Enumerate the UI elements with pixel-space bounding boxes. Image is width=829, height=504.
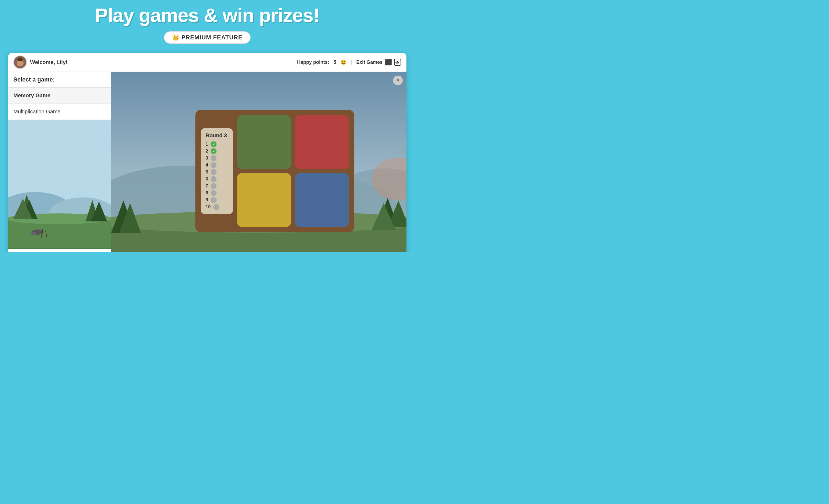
- round-num-6: 6: [206, 177, 208, 182]
- round-item-5: 5: [206, 169, 228, 175]
- header: Play games & win prizes! 👑 PREMIUM FEATU…: [0, 0, 414, 47]
- round-num-7: 7: [206, 183, 208, 189]
- sidebar-item-memory-game[interactable]: Memory Game: [8, 88, 111, 104]
- memory-card-red[interactable]: [295, 115, 349, 169]
- premium-label: PREMIUM FEATURE: [181, 34, 242, 41]
- content-area: Select a game: Memory Game Multiplicatio…: [8, 72, 406, 252]
- round-num-8: 8: [206, 190, 208, 196]
- round-dot-4: [211, 162, 217, 168]
- divider: |: [351, 60, 352, 65]
- round-dot-8: [211, 190, 217, 196]
- points-value: 5: [333, 60, 336, 65]
- round-dot-3: [211, 155, 217, 161]
- round-dot-9: [211, 197, 217, 203]
- round-dot-6: [211, 176, 217, 182]
- main-container: Welcome, Lily! Happy points: 5 😀 | Exit …: [8, 53, 406, 252]
- round-num-4: 4: [206, 162, 208, 168]
- memory-card-blue[interactable]: [295, 173, 349, 227]
- exit-games-button[interactable]: Exit Games ⬛: [356, 59, 401, 66]
- crown-icon: 👑: [172, 34, 179, 41]
- round-num-10: 10: [206, 204, 211, 210]
- svg-point-20: [30, 232, 37, 235]
- svg-point-4: [19, 60, 20, 62]
- welcome-text: Welcome, Lily!: [30, 59, 68, 66]
- points-label: Happy points:: [297, 60, 329, 65]
- user-info: Welcome, Lily!: [13, 55, 68, 69]
- exit-arrow-icon: [394, 59, 401, 66]
- memory-card-yellow[interactable]: [237, 173, 291, 227]
- round-dot-2: ✓: [211, 148, 217, 154]
- round-item-6: 6: [206, 176, 228, 182]
- svg-point-5: [21, 60, 22, 62]
- round-item-7: 7: [206, 183, 228, 189]
- top-bar: Welcome, Lily! Happy points: 5 😀 | Exit …: [8, 53, 406, 72]
- game-area: ✕ Round 3 1 ✓ 2 ✓: [111, 72, 406, 252]
- select-game-label: Select a game:: [13, 76, 55, 83]
- round-item-4: 4: [206, 162, 228, 168]
- memory-card-green[interactable]: [237, 115, 291, 169]
- round-item-3: 3: [206, 155, 228, 161]
- round-dot-10: [213, 204, 219, 210]
- round-num-3: 3: [206, 155, 208, 161]
- close-icon: ✕: [396, 77, 400, 83]
- round-num-5: 5: [206, 169, 208, 175]
- exit-icon: ⬛: [385, 59, 392, 66]
- round-title: Round 3: [206, 132, 228, 139]
- round-dot-5: [211, 169, 217, 175]
- round-item-8: 8: [206, 190, 228, 196]
- round-num-2: 2: [206, 149, 208, 154]
- round-tracker: Round 3 1 ✓ 2 ✓ 3: [201, 128, 233, 214]
- exit-label: Exit Games: [356, 60, 383, 65]
- svg-point-3: [17, 57, 23, 62]
- round-num-1: 1: [206, 142, 208, 147]
- sidebar-item-multiplication-game[interactable]: Multiplication Game: [8, 104, 111, 120]
- right-bar: Happy points: 5 😀 | Exit Games ⬛: [297, 59, 401, 66]
- card-grid: [237, 115, 349, 227]
- round-item-10: 10: [206, 204, 228, 210]
- page-title: Play games & win prizes!: [0, 5, 414, 26]
- round-item-9: 9: [206, 197, 228, 203]
- avatar: [13, 55, 27, 69]
- round-item-2: 2 ✓: [206, 148, 228, 154]
- close-game-button[interactable]: ✕: [393, 76, 403, 85]
- round-list: 1 ✓ 2 ✓ 3 4: [206, 141, 228, 210]
- round-num-9: 9: [206, 197, 208, 203]
- round-dot-1: ✓: [211, 141, 217, 147]
- premium-badge: 👑 PREMIUM FEATURE: [164, 31, 250, 44]
- memory-game-label: Memory Game: [13, 92, 50, 99]
- memory-game-board: Round 3 1 ✓ 2 ✓ 3: [195, 110, 354, 232]
- sidebar: Select a game: Memory Game Multiplicatio…: [8, 72, 111, 252]
- points-emoji: 😀: [340, 59, 346, 65]
- round-item-1: 1 ✓: [206, 141, 228, 147]
- sidebar-landscape: [8, 120, 111, 249]
- multiplication-game-label: Multiplication Game: [13, 109, 61, 114]
- sidebar-header: Select a game:: [8, 72, 111, 88]
- round-dot-7: [211, 183, 217, 189]
